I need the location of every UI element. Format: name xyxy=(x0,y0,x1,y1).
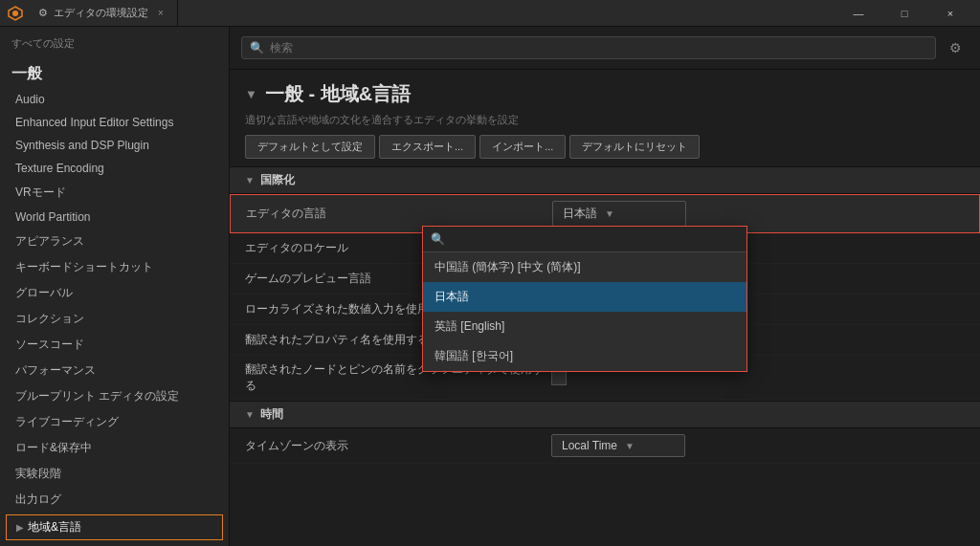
translated-node-control xyxy=(551,370,965,385)
section-internationalization-header[interactable]: ▼ 国際化 xyxy=(230,166,980,194)
page-title-collapse-arrow[interactable]: ▼ xyxy=(245,87,257,101)
timezone-chevron-icon: ▼ xyxy=(625,441,635,451)
sidebar-item-collections-label: コレクション xyxy=(15,311,84,327)
timezone-control: Local Time ▼ xyxy=(551,434,965,457)
sidebar-item-blueprint[interactable]: ブループリント エディタの設定 xyxy=(0,383,229,409)
sidebar-item-blueprint-label: ブループリント エディタの設定 xyxy=(15,388,179,404)
editor-language-control: 日本語 ▼ xyxy=(552,201,964,227)
sidebar-item-enhanced-input[interactable]: Enhanced Input Editor Settings xyxy=(0,111,229,134)
sidebar-item-load-save[interactable]: ロード&保存中 xyxy=(0,435,229,461)
language-option-ko[interactable]: 韓国語 [한국어] xyxy=(423,341,746,371)
sidebar-item-enhanced-input-label: Enhanced Input Editor Settings xyxy=(15,116,173,129)
settings-tab-label: エディタの環境設定 xyxy=(54,6,148,20)
sidebar-item-synthesis[interactable]: Synthesis and DSP Plugin xyxy=(0,134,229,157)
window-controls: — □ × xyxy=(836,0,972,27)
section-collapse-arrow: ▼ xyxy=(245,175,255,186)
sidebar-item-texture-encoding[interactable]: Texture Encoding xyxy=(0,157,229,180)
sidebar-item-global-label: グローバル xyxy=(15,285,73,301)
sidebar-item-output-log-label: 出力ログ xyxy=(15,491,61,508)
search-input-wrap[interactable]: 🔍 xyxy=(241,36,936,59)
dropdown-search-icon: 🔍 xyxy=(431,232,445,246)
sidebar-item-source-code[interactable]: ソースコード xyxy=(0,332,229,358)
sidebar-item-synthesis-label: Synthesis and DSP Plugin xyxy=(15,139,149,152)
titlebar: ⚙ エディタの環境設定 × — □ × xyxy=(0,0,980,27)
set-default-button[interactable]: デフォルトとして設定 xyxy=(245,135,375,159)
sidebar-item-load-save-label: ロード&保存中 xyxy=(15,440,92,456)
minimize-button[interactable]: — xyxy=(836,0,880,27)
sidebar-item-vr-mode-label: VRモード xyxy=(15,185,66,201)
sidebar-item-audio-label: Audio xyxy=(15,93,45,106)
sidebar-item-output-log[interactable]: 出力ログ xyxy=(0,487,229,513)
sidebar-item-performance-label: パフォーマンス xyxy=(15,362,96,379)
setting-row-timezone: タイムゾーンの表示 Local Time ▼ xyxy=(230,428,980,464)
sidebar-item-performance[interactable]: パフォーマンス xyxy=(0,358,229,383)
sidebar-item-texture-encoding-label: Texture Encoding xyxy=(15,162,104,175)
toolbar: デフォルトとして設定 エクスポート... インポート... デフォルトにリセット xyxy=(245,135,965,159)
main-layout: すべての設定 一般 Audio Enhanced Input Editor Se… xyxy=(0,27,980,546)
sidebar-item-collections[interactable]: コレクション xyxy=(0,306,229,332)
sidebar-item-source-code-label: ソースコード xyxy=(15,337,84,353)
sidebar-item-region-language[interactable]: ▶ 地域&言語 xyxy=(6,514,223,540)
timezone-dropdown[interactable]: Local Time ▼ xyxy=(551,434,685,457)
language-option-en[interactable]: 英語 [English] xyxy=(423,312,746,341)
setting-row-editor-language: エディタの言語 日本語 ▼ 🔍 中国語 (簡体字) [中文 (简体)] 日本語 xyxy=(230,194,980,233)
language-option-ja[interactable]: 日本語 xyxy=(423,282,746,312)
sidebar-all-settings[interactable]: すべての設定 xyxy=(0,27,229,56)
sidebar-item-region-language-arrow: ▶ xyxy=(16,522,24,533)
time-section-collapse-arrow: ▼ xyxy=(245,409,255,420)
sidebar-item-appearance[interactable]: アピアランス xyxy=(0,229,229,254)
sidebar-item-keyboard-label: キーボードショートカット xyxy=(15,259,153,275)
sidebar-item-world-partition-label: World Partition xyxy=(15,210,90,224)
sidebar-item-experimental[interactable]: 実験段階 xyxy=(0,461,229,487)
page-title-row: ▼ 一般 - 地域&言語 xyxy=(245,81,965,107)
close-button[interactable]: × xyxy=(928,0,972,27)
timezone-value: Local Time xyxy=(562,439,617,452)
sidebar-item-uncategorized[interactable]: 未分類 xyxy=(0,542,229,546)
page-header: ▼ 一般 - 地域&言語 適切な言語や地域の文化を適合するエディタの挙動を設定 … xyxy=(230,70,980,166)
settings-tab-icon: ⚙ xyxy=(38,7,48,19)
timezone-label: タイムゾーンの表示 xyxy=(245,438,551,454)
section-internationalization-label: 国際化 xyxy=(260,172,295,188)
sidebar-item-audio[interactable]: Audio xyxy=(0,88,229,111)
sidebar-item-global[interactable]: グローバル xyxy=(0,280,229,306)
sidebar-item-live-coding[interactable]: ライブコーディング xyxy=(0,409,229,435)
titlebar-tabs: ⚙ エディタの環境設定 × xyxy=(29,0,178,26)
dropdown-search-bar: 🔍 xyxy=(423,227,746,252)
sidebar-item-region-language-label: 地域&言語 xyxy=(28,519,81,535)
content-area: 🔍 ⚙ ▼ 一般 - 地域&言語 適切な言語や地域の文化を適合するエディタの挙動… xyxy=(230,27,980,546)
sidebar-item-live-coding-label: ライブコーディング xyxy=(15,414,119,430)
sidebar-item-appearance-label: アピアランス xyxy=(15,233,84,250)
sidebar-item-keyboard[interactable]: キーボードショートカット xyxy=(0,254,229,280)
sidebar-item-experimental-label: 実験段階 xyxy=(15,466,61,482)
tab-close-button[interactable]: × xyxy=(154,7,167,20)
page-title: 一般 - 地域&言語 xyxy=(265,81,411,107)
settings-tab[interactable]: ⚙ エディタの環境設定 × xyxy=(29,0,178,26)
section-time-label: 時間 xyxy=(260,406,283,423)
dropdown-chevron-icon: ▼ xyxy=(605,208,614,219)
settings-sections: ▼ 国際化 エディタの言語 日本語 ▼ 🔍 xyxy=(230,166,980,546)
search-bar: 🔍 ⚙ xyxy=(230,27,980,70)
page-subtitle: 適切な言語や地域の文化を適合するエディタの挙動を設定 xyxy=(245,113,965,127)
settings-gear-button[interactable]: ⚙ xyxy=(942,34,969,61)
section-time-header[interactable]: ▼ 時間 xyxy=(230,401,980,428)
import-button[interactable]: インポート... xyxy=(479,135,566,159)
language-dropdown-menu: 🔍 中国語 (簡体字) [中文 (简体)] 日本語 英語 [English] 韓… xyxy=(422,226,747,372)
reset-default-button[interactable]: デフォルトにリセット xyxy=(569,135,700,159)
dropdown-search-input[interactable] xyxy=(451,232,739,246)
translated-node-checkbox[interactable] xyxy=(551,370,567,385)
export-button[interactable]: エクスポート... xyxy=(379,135,476,159)
app-icon xyxy=(8,6,23,21)
search-input[interactable] xyxy=(270,41,927,55)
svg-point-1 xyxy=(12,11,18,16)
editor-language-label: エディタの言語 xyxy=(246,206,552,222)
sidebar: すべての設定 一般 Audio Enhanced Input Editor Se… xyxy=(0,27,230,546)
search-icon: 🔍 xyxy=(250,41,264,55)
editor-language-dropdown[interactable]: 日本語 ▼ xyxy=(552,201,686,227)
sidebar-item-world-partition[interactable]: World Partition xyxy=(0,206,229,229)
language-option-zh-cn[interactable]: 中国語 (簡体字) [中文 (简体)] xyxy=(423,252,746,282)
sidebar-item-vr-mode[interactable]: VRモード xyxy=(0,180,229,206)
editor-language-value: 日本語 xyxy=(563,206,597,222)
maximize-button[interactable]: □ xyxy=(882,0,926,27)
sidebar-section-general: 一般 xyxy=(0,56,229,88)
